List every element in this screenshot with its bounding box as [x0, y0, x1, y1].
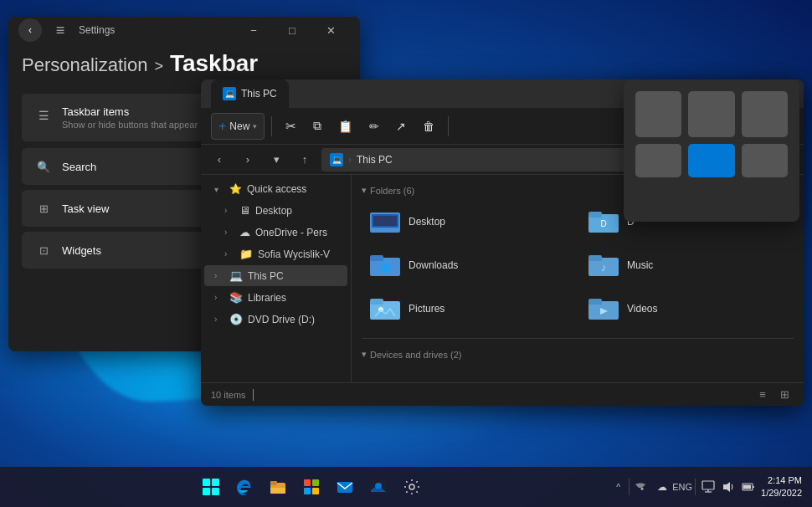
file-explorer-button[interactable]	[263, 472, 293, 502]
taskbar-datetime[interactable]: 2:14 PM 1/29/2022	[761, 474, 802, 500]
forward-nav-button[interactable]: ›	[236, 148, 260, 172]
taskbar-settings-button[interactable]	[397, 472, 427, 502]
task-view-label: Task view	[62, 202, 109, 215]
snap-cell-1-2[interactable]	[688, 91, 734, 137]
sidebar-item-desktop[interactable]: › 🖥 Desktop	[204, 200, 347, 221]
music-folder-icon: ♪	[588, 253, 619, 278]
system-tray-expand-button[interactable]: ^	[613, 479, 624, 495]
battery-icon[interactable]	[741, 479, 756, 494]
paste-button[interactable]: 📋	[331, 113, 359, 140]
taskbar-date-display: 1/29/2022	[761, 487, 802, 499]
sidebar-quick-access-label: Quick access	[247, 183, 306, 195]
cut-icon: ✂	[285, 119, 296, 134]
music-folder-name: Music	[627, 259, 653, 271]
sidebar-sofia-icon: 📁	[239, 248, 253, 260]
sidebar-this-pc-label: This PC	[248, 270, 284, 282]
svg-rect-14	[370, 299, 383, 305]
sidebar-sofia-label: Sofia Wycislik-V	[258, 248, 330, 260]
store-icon	[302, 478, 321, 496]
taskbar-items-desc: Show or hide buttons that appear	[62, 120, 198, 130]
new-button[interactable]: + New ▾	[211, 113, 265, 140]
sidebar-item-this-pc[interactable]: › 💻 This PC	[204, 265, 347, 286]
settings-maximize-button[interactable]: □	[273, 17, 311, 44]
edge-button[interactable]	[229, 472, 260, 502]
folder-item-videos[interactable]: Videos	[580, 289, 794, 328]
desktop-folder-icon	[370, 209, 400, 234]
network-icon[interactable]	[701, 479, 716, 494]
svg-rect-26	[312, 488, 319, 494]
view-buttons: ≡ ⊞	[753, 386, 794, 404]
sidebar-item-libraries[interactable]: › 📚 Libraries	[204, 287, 347, 308]
explorer-tab[interactable]: 💻 This PC	[211, 79, 289, 108]
snap-cell-1-3[interactable]	[742, 91, 788, 137]
downloads-folder-icon	[370, 253, 400, 278]
grid-view-button[interactable]: ⊞	[775, 386, 794, 404]
folder-item-pictures[interactable]: Pictures	[362, 289, 575, 328]
explorer-tab-icon: 💻	[223, 87, 236, 100]
quick-access-chevron-icon: ▾	[214, 185, 224, 194]
recent-nav-button[interactable]: ▾	[265, 148, 288, 172]
sidebar-item-onedrive[interactable]: › ☁ OneDrive - Pers	[204, 222, 347, 243]
toolbar-separator-1	[271, 116, 272, 136]
svg-rect-24	[312, 479, 319, 486]
breadcrumb-parent[interactable]: Personalization	[22, 54, 147, 76]
svg-rect-17	[588, 299, 602, 305]
sidebar-desktop-label: Desktop	[255, 205, 292, 217]
settings-menu-button[interactable]: ≡	[49, 18, 72, 42]
lang-label[interactable]: ENG	[675, 479, 690, 494]
snap-cell-2-1[interactable]	[635, 144, 681, 177]
cloud-icon[interactable]: ☁	[655, 479, 670, 494]
store-button[interactable]	[296, 472, 326, 502]
volume-icon[interactable]	[721, 479, 736, 494]
svg-rect-22	[270, 485, 285, 488]
sidebar-libraries-icon: 📚	[229, 291, 243, 304]
settings-close-button[interactable]: ✕	[311, 17, 350, 44]
sidebar-item-quick-access[interactable]: ▾ ⭐ Quick access	[204, 179, 347, 199]
svg-rect-4	[588, 212, 602, 218]
start-button[interactable]	[196, 472, 226, 502]
tray-divider	[629, 479, 630, 495]
delete-button[interactable]: 🗑	[416, 113, 441, 140]
svg-rect-27	[337, 482, 352, 493]
windows-logo-icon	[203, 479, 219, 495]
explorer-tab-label: This PC	[241, 88, 277, 100]
sidebar-desktop-icon: 🖥	[239, 204, 250, 217]
paste-icon: 📋	[338, 120, 352, 133]
status-cursor	[253, 389, 254, 401]
copy-button[interactable]: ⧉	[306, 113, 328, 140]
settings-minimize-button[interactable]: −	[234, 17, 273, 44]
sidebar-item-sofia[interactable]: › 📁 Sofia Wycislik-V	[204, 243, 347, 264]
breadcrumb-current: Taskbar	[170, 50, 258, 77]
wifi-icon[interactable]	[635, 479, 650, 494]
svg-rect-11	[588, 255, 602, 261]
drives-section-text: Devices and drives (2)	[370, 350, 461, 360]
settings-back-button[interactable]: ‹	[18, 18, 42, 42]
address-bar-path: This PC	[357, 154, 393, 166]
up-nav-button[interactable]: ↑	[293, 148, 316, 172]
svg-point-30	[409, 484, 414, 489]
mail-button[interactable]	[330, 472, 360, 502]
pictures-folder-icon	[370, 296, 400, 321]
share-button[interactable]: ↗	[389, 113, 413, 140]
sidebar-onedrive-icon: ☁	[239, 226, 250, 238]
folder-item-downloads[interactable]: Downloads	[362, 246, 575, 284]
settings-window-controls: − □ ✕	[234, 17, 350, 44]
widgets-label: Widgets	[62, 244, 101, 257]
snap-cell-2-2[interactable]	[688, 144, 734, 177]
address-bar-separator: ›	[348, 154, 352, 166]
new-icon: +	[218, 119, 226, 134]
drives-section-label: ▾ Devices and drives (2)	[362, 346, 794, 366]
sidebar-libraries-label: Libraries	[248, 292, 286, 304]
photos-button[interactable]	[363, 472, 393, 502]
list-view-button[interactable]: ≡	[753, 386, 772, 404]
folder-item-music[interactable]: ♪ Music	[580, 246, 794, 284]
cut-button[interactable]: ✂	[279, 113, 303, 140]
back-nav-button[interactable]: ‹	[208, 148, 231, 172]
sidebar-item-dvd[interactable]: › 💿 DVD Drive (D:)	[204, 309, 347, 330]
folder-item-desktop[interactable]: Desktop	[362, 202, 575, 241]
section-divider	[362, 338, 794, 339]
snap-cell-1-1[interactable]	[635, 91, 681, 137]
rename-button[interactable]: ✏	[362, 113, 386, 140]
libraries-chevron-icon: ›	[214, 293, 224, 302]
snap-cell-2-3[interactable]	[742, 144, 788, 177]
